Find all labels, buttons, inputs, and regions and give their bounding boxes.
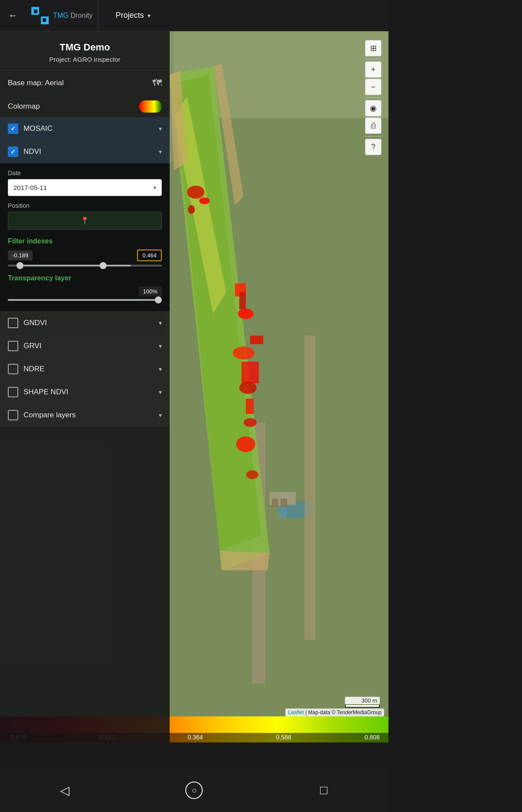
scale-line xyxy=(345,705,380,708)
transparency-slider-track[interactable] xyxy=(8,299,162,301)
basemap-row[interactable]: Base map: Aerial 🗺 xyxy=(0,70,170,96)
grvi-layer-name: GRVI xyxy=(23,342,159,350)
filter-slider-thumb-right[interactable] xyxy=(100,262,107,269)
help-button[interactable]: ? xyxy=(365,139,381,155)
attribution-rest: | Map-data © TenderMediaGroup xyxy=(304,709,382,715)
zoom-in-button[interactable]: + xyxy=(365,61,381,78)
grvi-dropdown-arrow[interactable]: ▾ xyxy=(159,343,162,349)
svg-rect-5 xyxy=(43,18,46,22)
svg-point-21 xyxy=(233,346,254,359)
transparency-slider-thumb[interactable] xyxy=(155,296,162,303)
date-field-label: Date xyxy=(8,170,162,176)
location-button[interactable]: ◉ xyxy=(365,100,381,116)
nav-back-button[interactable]: ◁ xyxy=(52,777,78,803)
ndvi-checkbox[interactable] xyxy=(8,146,18,157)
shape-ndvi-dropdown-arrow[interactable]: ▾ xyxy=(159,389,162,396)
date-value: 2017-05-11 xyxy=(13,184,47,191)
transparency-slider-fill xyxy=(8,299,162,301)
ndre-checkbox[interactable] xyxy=(8,364,18,374)
mosaic-checkbox[interactable] xyxy=(8,123,18,134)
transparency-value-badge: 100% xyxy=(139,286,162,296)
shape-ndvi-layer-row[interactable]: SHAPE NDVI ▾ xyxy=(0,381,170,404)
ndvi-dropdown-arrow[interactable]: ▾ xyxy=(159,148,162,155)
svg-point-25 xyxy=(244,418,257,427)
basemap-label: Base map: Aerial xyxy=(8,79,64,87)
compare-layers-row[interactable]: Compare layers ▾ xyxy=(0,404,170,427)
filter-range-display: -0.189 0.464 xyxy=(8,250,162,261)
projects-arrow-icon: ▾ xyxy=(147,12,151,19)
svg-point-23 xyxy=(239,382,257,394)
svg-rect-18 xyxy=(239,292,246,309)
svg-point-27 xyxy=(246,470,258,479)
gndvi-layer-name: GNDVI xyxy=(23,319,159,327)
gndvi-dropdown-arrow[interactable]: ▾ xyxy=(159,319,162,326)
svg-point-19 xyxy=(238,309,254,319)
ndvi-layer-name: NDVI xyxy=(23,147,159,156)
back-arrow-icon: ← xyxy=(8,10,18,21)
back-button[interactable]: ← xyxy=(0,0,26,31)
print-button[interactable]: ⎙ xyxy=(365,117,381,134)
filter-slider-track[interactable] xyxy=(8,265,162,266)
svg-rect-4 xyxy=(34,10,37,13)
colormap-label: Colormap xyxy=(8,102,40,111)
svg-rect-24 xyxy=(246,399,254,414)
project-subtitle: Project: AGRO inspector xyxy=(4,56,165,63)
shape-ndvi-checkbox[interactable] xyxy=(8,387,18,397)
filter-slider-fill xyxy=(20,265,131,266)
project-header: TMG Demo Project: AGRO inspector xyxy=(0,31,170,70)
svg-rect-20 xyxy=(250,336,263,344)
svg-point-14 xyxy=(187,186,204,199)
gndvi-layer-row[interactable]: GNDVI ▾ xyxy=(0,312,170,335)
colormap-row[interactable]: Colormap xyxy=(0,96,170,117)
grid-icon: ⊞ xyxy=(370,43,377,53)
help-icon: ? xyxy=(371,143,375,152)
ndvi-layer-row[interactable]: NDVI ▾ xyxy=(0,140,170,163)
transparency-row: 100% xyxy=(8,286,162,296)
nav-recents-button[interactable]: □ xyxy=(311,777,337,803)
nav-home-icon: ○ xyxy=(185,782,203,799)
zoom-out-button[interactable]: − xyxy=(365,79,381,95)
top-nav-bar: ← TMG Dronity Projects ▾ xyxy=(0,0,388,31)
position-label: Position xyxy=(8,202,162,209)
transparency-label: Transparency layer xyxy=(8,274,162,282)
project-title: TMG Demo xyxy=(4,42,165,53)
svg-rect-2 xyxy=(31,17,39,24)
grvi-layer-row[interactable]: GRVI ▾ xyxy=(0,335,170,358)
projects-label: Projects xyxy=(116,11,144,20)
position-input[interactable]: 📍 xyxy=(8,212,162,230)
nav-back-icon: ◁ xyxy=(60,783,70,798)
gndvi-checkbox[interactable] xyxy=(8,318,18,328)
nav-recents-icon: □ xyxy=(320,783,328,797)
colorbar-val-4: 0.586 xyxy=(276,734,291,741)
plus-icon: + xyxy=(371,65,376,74)
svg-rect-22 xyxy=(241,362,259,383)
grid-view-button[interactable]: ⊞ xyxy=(365,40,381,57)
compare-layers-checkbox[interactable] xyxy=(8,410,18,420)
mosaic-layer-row[interactable]: MOSAIC ▾ xyxy=(0,117,170,140)
ndre-dropdown-arrow[interactable]: ▾ xyxy=(159,366,162,373)
colorbar-val-5: 0.808 xyxy=(365,734,380,741)
grvi-checkbox[interactable] xyxy=(8,341,18,351)
mosaic-dropdown-arrow[interactable]: ▾ xyxy=(159,125,162,132)
svg-rect-1 xyxy=(41,7,49,15)
svg-rect-34 xyxy=(272,499,278,507)
ndre-layer-name: NDRE xyxy=(23,365,159,373)
map-icon: 🗺 xyxy=(152,77,162,89)
svg-point-15 xyxy=(199,197,210,204)
colormap-swatch xyxy=(139,100,162,113)
projects-dropdown-button[interactable]: Projects ▾ xyxy=(107,11,159,20)
logo-text: TMG Dronity xyxy=(53,12,93,20)
ndvi-expanded-section: Date 2017-05-11 ▾ Position 📍 Filter inde… xyxy=(0,163,170,312)
date-select[interactable]: 2017-05-11 ▾ xyxy=(8,179,162,196)
filter-slider-thumb-left[interactable] xyxy=(17,262,23,269)
leaflet-link[interactable]: Leaflet xyxy=(288,709,304,715)
ndre-layer-row[interactable]: NDRE ▾ xyxy=(0,358,170,381)
nav-home-button[interactable]: ○ xyxy=(181,777,207,803)
compare-layers-dropdown-arrow[interactable]: ▾ xyxy=(159,412,162,419)
map-attribution: Leaflet | Map-data © TenderMediaGroup xyxy=(285,709,384,716)
compare-layers-name: Compare layers xyxy=(23,411,159,419)
svg-point-16 xyxy=(188,205,195,214)
range-min-badge: -0.189 xyxy=(8,250,33,260)
svg-point-26 xyxy=(236,436,255,452)
map-controls-panel: ⊞ + − ◉ ⎙ ? xyxy=(365,40,381,155)
